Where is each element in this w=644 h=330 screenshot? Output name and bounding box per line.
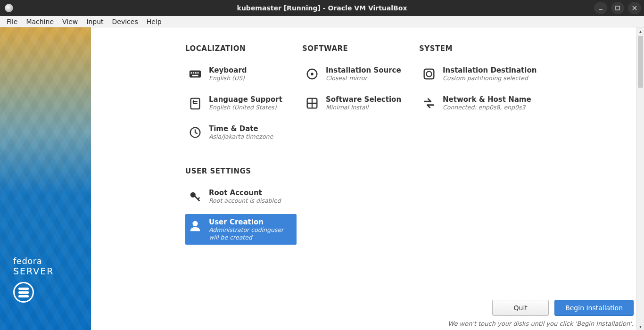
vertical-scrollbar[interactable]: ▴ ▾ [636, 27, 644, 330]
quit-button[interactable]: Quit [492, 300, 549, 316]
spoke-network[interactable]: Network & Host Name Connected: enp0s8, e… [419, 91, 542, 117]
scroll-down-icon[interactable]: ▾ [637, 322, 644, 330]
spoke-sub: Administrator codinguser will be created [209, 226, 294, 241]
grid-icon [304, 95, 320, 111]
menu-view[interactable]: View [58, 17, 82, 26]
network-icon [421, 95, 437, 111]
spoke-user-creation[interactable]: User Creation Administrator codinguser w… [185, 214, 297, 245]
heading-system: SYSTEM [419, 44, 542, 53]
spoke-title: Time & Date [209, 124, 294, 133]
menu-machine[interactable]: Machine [22, 17, 58, 26]
menu-help[interactable]: Help [143, 17, 165, 26]
svg-rect-7 [192, 75, 198, 76]
close-button[interactable] [628, 2, 641, 14]
spoke-title: Installation Destination [443, 66, 539, 74]
disc-icon [304, 66, 320, 82]
spoke-time[interactable]: Time & Date Asia/Jakarta timezone [185, 121, 297, 146]
spoke-keyboard[interactable]: Keyboard English (US) [185, 62, 297, 88]
scroll-up-icon[interactable]: ▴ [637, 27, 644, 35]
installer-sidebar: fedora SERVER [0, 27, 91, 330]
spoke-title: Software Selection [326, 95, 411, 104]
minimize-icon [598, 5, 603, 11]
keyboard-icon [187, 66, 203, 82]
maximize-icon [615, 5, 620, 11]
heading-user: USER SETTINGS [185, 167, 297, 175]
spoke-sub: English (United States) [209, 104, 294, 111]
brand-line2: SERVER [13, 266, 54, 276]
spoke-destination[interactable]: Installation Destination Custom partitio… [419, 62, 542, 88]
svg-rect-4 [193, 72, 194, 74]
svg-rect-6 [198, 72, 199, 74]
spoke-title: Language Support [209, 95, 294, 104]
menu-input[interactable]: Input [83, 17, 107, 26]
close-icon [632, 5, 637, 11]
spoke-sub: Minimal Install [326, 104, 411, 111]
spoke-sub: English (US) [209, 74, 294, 82]
svg-rect-1 [616, 6, 619, 10]
svg-rect-2 [190, 71, 201, 78]
brand: fedora SERVER [13, 256, 54, 303]
clock-icon [187, 124, 203, 140]
col-software: SOFTWARE Installation Source Closest mir… [302, 44, 413, 248]
menubar: File Machine View Input Devices Help [0, 16, 644, 27]
svg-point-11 [192, 221, 198, 226]
footer-buttons: Quit Begin Installation [492, 300, 634, 316]
installer-main: LOCALIZATION Keyboard English (US) [91, 27, 644, 330]
svg-point-16 [426, 71, 431, 76]
svg-rect-3 [191, 72, 192, 74]
scroll-thumb[interactable] [638, 36, 643, 88]
spoke-selection[interactable]: Software Selection Minimal Install [302, 91, 413, 117]
svg-rect-0 [599, 9, 603, 10]
spoke-root[interactable]: Root Account Root account is disabled [185, 185, 297, 210]
heading-localization: LOCALIZATION [185, 44, 297, 53]
language-icon [187, 95, 203, 111]
spoke-sub: Custom partitioning selected [443, 74, 539, 82]
spoke-language[interactable]: Language Support English (United States) [185, 91, 297, 117]
begin-installation-button[interactable]: Begin Installation [554, 300, 634, 316]
spoke-title: Keyboard [209, 66, 294, 74]
svg-point-13 [311, 73, 314, 75]
menu-devices[interactable]: Devices [108, 17, 142, 26]
spoke-source[interactable]: Installation Source Closest mirror [302, 62, 413, 88]
spoke-sub: Closest mirror [326, 74, 411, 82]
spoke-title: Installation Source [326, 66, 411, 74]
spoke-title: Root Account [209, 189, 294, 197]
heading-software: SOFTWARE [302, 44, 413, 53]
vm-content: fedora SERVER LOCALIZATION Keyboard Engl… [0, 27, 644, 330]
brand-line1: fedora [13, 256, 54, 266]
user-icon [187, 218, 203, 234]
window-controls [594, 2, 641, 14]
key-icon [187, 189, 203, 205]
col-system: SYSTEM Installation Destination Custom p… [419, 44, 542, 248]
svg-rect-5 [195, 72, 197, 74]
svg-rect-15 [424, 69, 434, 79]
spoke-sub: Asia/Jakarta timezone [209, 133, 294, 140]
spoke-sub: Root account is disabled [209, 197, 294, 205]
maximize-button[interactable] [611, 2, 624, 14]
footnote: We won't touch your disks until you clic… [448, 320, 634, 327]
spoke-title: User Creation [209, 218, 294, 226]
minimize-button[interactable] [594, 2, 607, 14]
spoke-title: Network & Host Name [443, 95, 539, 104]
disk-icon [421, 66, 437, 82]
server-icon [13, 282, 34, 303]
window-title: kubemaster [Running] - Oracle VM Virtual… [0, 4, 644, 12]
menu-file[interactable]: File [3, 17, 21, 26]
col-localization: LOCALIZATION Keyboard English (US) [185, 44, 297, 248]
spoke-sub: Connected: enp0s8, enp0s3 [443, 104, 539, 111]
titlebar: kubemaster [Running] - Oracle VM Virtual… [0, 0, 644, 16]
